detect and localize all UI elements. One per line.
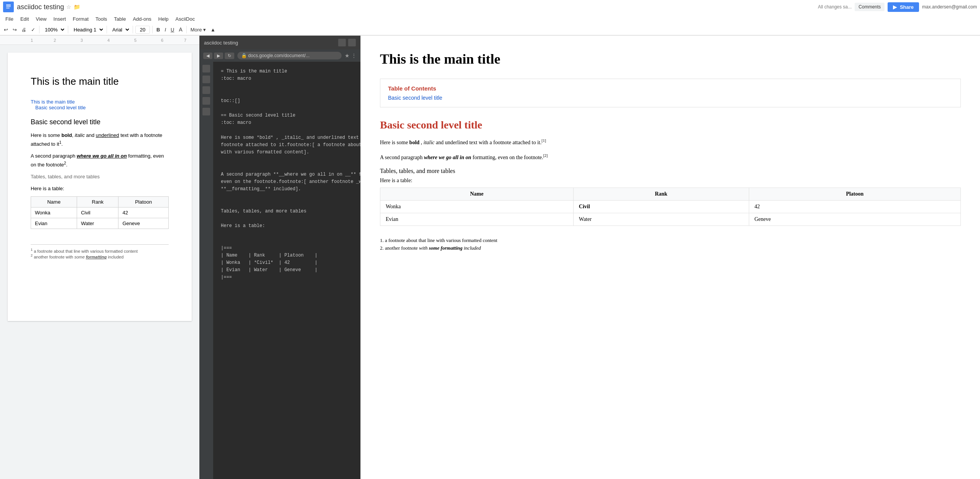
star-icon[interactable]: ☆ [66, 4, 71, 10]
toolbar-separator-4 [133, 26, 133, 33]
menu-addons[interactable]: Add-ons [130, 15, 154, 23]
folder-icon[interactable]: 📁 [74, 4, 80, 10]
heading-selector[interactable]: Heading 1 [71, 26, 104, 34]
doc-bold-text: bold [61, 132, 72, 138]
mid-sidebar-icon-1[interactable] [202, 65, 210, 72]
preview-table-header-row: Name Rank Platoon [380, 188, 961, 200]
ruler-mark-2: 2 [54, 38, 56, 43]
mid-sidebar-icon-2[interactable] [202, 76, 210, 83]
main-area: 1 2 3 4 5 6 7 This is the main title Thi… [0, 36, 980, 479]
doc-table-cell-wonka: Wonka [31, 207, 77, 218]
font-size-input[interactable] [135, 26, 150, 34]
share-button[interactable]: ▶ Share [888, 2, 919, 12]
print-button[interactable]: 🖨 [20, 26, 28, 34]
doc-bold-italic-underline: where we go all in on [77, 153, 127, 159]
doc-table-header-row: Name Rank Platoon [31, 197, 169, 207]
italic-button[interactable]: I [163, 26, 168, 34]
preview-table-cell-wonka: Wonka [380, 200, 574, 213]
undo-button[interactable]: ↩ [2, 26, 10, 34]
app-icon [3, 2, 14, 12]
preview-table-header-platoon: Platoon [749, 188, 960, 200]
doc-table-cell-civil: Civil [77, 207, 118, 218]
ruler-mark-7: 7 [184, 38, 186, 43]
middle-panel: asciidoc testing ◀ ▶ ↻ 🔒 docs.google.com… [199, 36, 360, 479]
ruler-mark-4: 4 [107, 38, 110, 43]
ruler-mark-3: 3 [81, 38, 83, 43]
font-selector[interactable]: Arial [109, 26, 130, 34]
browser-url[interactable]: 🔒 docs.google.com/document/... [237, 52, 342, 59]
preview-toc-link-1[interactable]: Basic second level title [388, 95, 953, 101]
menu-bar: File Edit View Insert Format Tools Table… [0, 14, 980, 24]
menu-edit[interactable]: Edit [17, 15, 32, 23]
doc-footnote-ref-1: 1 [59, 140, 61, 145]
preview-tables-heading: Tables, tables, and more tables [380, 168, 961, 174]
mid-icon-2[interactable] [348, 39, 356, 46]
document-title-area: asciidoc testing ☆ 📁 [17, 3, 812, 11]
doc-italic-text: italic [75, 132, 85, 138]
share-icon: ▶ [893, 4, 897, 10]
mid-icon-1[interactable] [338, 39, 346, 46]
doc-toc-link-2[interactable]: Basic second level title [35, 105, 169, 110]
menu-tools[interactable]: Tools [92, 15, 110, 23]
ruler-mark-1: 1 [31, 38, 33, 43]
doc-footnote-1: 1 a footnote about that line with variou… [31, 248, 169, 253]
toolbar-separator-2 [68, 26, 68, 33]
redo-button[interactable]: ↪ [11, 26, 18, 34]
preview-footnote-1: 1. a footnote about that line with vario… [380, 237, 961, 244]
preview-toc-box: Table of Contents Basic second level tit… [380, 79, 961, 107]
menu-format[interactable]: Format [70, 15, 92, 23]
code-scroll-area[interactable]: = This is the main title :toc: macro toc… [213, 62, 360, 479]
doc-footnote-2: 2 another footnote with some formatting … [31, 253, 169, 259]
svg-rect-1 [6, 7, 11, 7]
preview-main-title: This is the main title [380, 51, 961, 67]
doc-tables-heading: Tables, tables, and more tables [31, 173, 169, 181]
preview-footnote-2: 2. another footnote with some formatting… [380, 245, 961, 251]
browser-menu-icon[interactable]: ⋮ [351, 53, 357, 59]
middle-panel-title: asciidoc testing [204, 40, 335, 46]
mid-sidebar-icon-3[interactable] [202, 86, 210, 94]
doc-table-header-platoon: Platoon [118, 197, 169, 207]
browser-right-icons: ★ ⋮ [345, 53, 357, 59]
comments-button[interactable]: Comments [855, 3, 885, 11]
middle-address-bar: ◀ ▶ ↻ 🔒 docs.google.com/document/... ★ ⋮ [199, 49, 360, 62]
left-panel: 1 2 3 4 5 6 7 This is the main title Thi… [0, 36, 199, 479]
toolbar-separator-5 [152, 26, 153, 33]
preview-footnotes: 1. a footnote about that line with vario… [380, 237, 961, 251]
browser-reload[interactable]: ↻ [225, 53, 234, 59]
document-title[interactable]: asciidoc testing [17, 3, 64, 11]
doc-area[interactable]: This is the main title This is the main … [0, 45, 199, 479]
preview-table-header-rank: Rank [573, 188, 749, 200]
mid-sidebar-icon-5[interactable] [202, 108, 210, 115]
preview-bold: bold [409, 140, 419, 145]
toolbar-separator-6 [186, 26, 187, 33]
browser-back[interactable]: ◀ [203, 53, 212, 59]
preview-footnote-ref-1: [1] [541, 138, 546, 143]
menu-asciidoc[interactable]: AsciiDoc [173, 15, 198, 23]
title-bar: asciidoc testing ☆ 📁 All changes sa... C… [0, 0, 980, 14]
doc-para1: Here is some bold, italic and underlined… [31, 132, 169, 148]
font-color-button[interactable]: A [177, 25, 184, 34]
doc-table: Name Rank Platoon Wonka Civil 42 Evian [31, 196, 169, 229]
collapse-button[interactable]: ▲ [209, 26, 217, 34]
preview-table-cell-evian: Evian [380, 213, 574, 226]
browser-star-icon[interactable]: ★ [345, 53, 350, 59]
preview-footnote-2-text: another footnote with some formatting in… [385, 245, 481, 251]
underline-button[interactable]: U [169, 26, 176, 34]
doc-toc-link-1[interactable]: This is the main title [31, 99, 169, 105]
middle-sidebar-icons [199, 62, 213, 479]
bold-button[interactable]: B [155, 26, 161, 34]
doc-table-header-name: Name [31, 197, 77, 207]
menu-view[interactable]: View [33, 15, 49, 23]
menu-insert[interactable]: Insert [50, 15, 69, 23]
menu-help[interactable]: Help [155, 15, 172, 23]
preview-table-cell-civil: Civil [573, 200, 749, 213]
user-email[interactable]: max.andersen@gmail.com [922, 4, 977, 10]
mid-sidebar-icon-4[interactable] [202, 97, 210, 105]
menu-file[interactable]: File [2, 15, 16, 23]
zoom-selector[interactable]: 100% [42, 26, 66, 34]
more-button[interactable]: More ▾ [189, 26, 207, 34]
menu-table[interactable]: Table [111, 15, 129, 23]
browser-forward[interactable]: ▶ [214, 53, 223, 59]
spellcheck-button[interactable]: ✓ [30, 26, 37, 34]
doc-table-cell-geneve: Geneve [118, 218, 169, 229]
